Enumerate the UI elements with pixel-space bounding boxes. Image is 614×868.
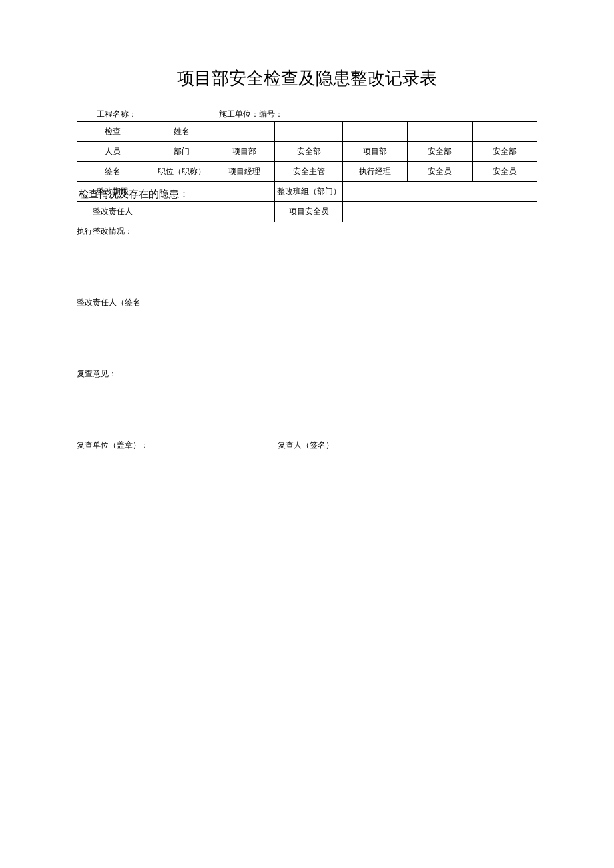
- cell: 项目部: [343, 142, 408, 162]
- project-label: 工程名称：: [97, 109, 137, 119]
- table-row: 检查 姓名: [77, 122, 537, 142]
- cell: [343, 182, 537, 202]
- cell: 整改班组（部门）: [275, 182, 343, 202]
- reviewer: 复查人（签名）: [278, 440, 334, 451]
- cell: 姓名: [149, 122, 214, 142]
- cell: [343, 202, 537, 222]
- review-line: 复查单位（盖章）： 复查人（签名）: [77, 440, 537, 451]
- cell: 安全部: [275, 142, 343, 162]
- cell: 整改责任人: [77, 202, 149, 222]
- main-table: 检查 姓名 人员 部门 项目部 安全部 项目部 安全部 安全部 签名 职位（职称…: [77, 121, 537, 222]
- cell: 安全部: [473, 142, 537, 162]
- section-signer: 整改责任人（签名: [77, 297, 537, 308]
- overlay-heading: 检查情况及存在的隐患：: [79, 188, 189, 201]
- cell: 职位（职称）: [149, 162, 214, 182]
- cell: 安全员: [473, 162, 537, 182]
- table-row: 整改责任人 项目安全员: [77, 202, 537, 222]
- cell: 安全部: [408, 142, 473, 162]
- cell: 安全员: [408, 162, 473, 182]
- section-exec: 执行整改情况：: [77, 226, 537, 237]
- cell: [343, 122, 408, 142]
- doc-title: 项目部安全检查及隐患整改记录表: [77, 67, 537, 90]
- cell: [275, 122, 343, 142]
- header-line: 工程名称： 施工单位：编号：: [77, 109, 537, 120]
- unit-label: 施工单位：编号：: [219, 109, 283, 120]
- table-row: 人员 部门 项目部 安全部 项目部 安全部 安全部: [77, 142, 537, 162]
- cell: 人员: [77, 142, 149, 162]
- section-review: 复查意见：: [77, 368, 537, 380]
- table-row: 签名 职位（职称） 项目经理 安全主管 执行经理 安全员 安全员: [77, 162, 537, 182]
- cell: [473, 122, 537, 142]
- cell: 项目部: [214, 142, 275, 162]
- cell: 检查: [77, 122, 149, 142]
- cell: [214, 122, 275, 142]
- cell: [149, 202, 274, 222]
- cell: 执行经理: [343, 162, 408, 182]
- cell: [408, 122, 473, 142]
- cell: 安全主管: [275, 162, 343, 182]
- cell: 签名: [77, 162, 149, 182]
- cell: 部门: [149, 142, 214, 162]
- review-unit: 复查单位（盖章）：: [77, 440, 149, 450]
- cell: 项目安全员: [275, 202, 343, 222]
- cell: 项目经理: [214, 162, 275, 182]
